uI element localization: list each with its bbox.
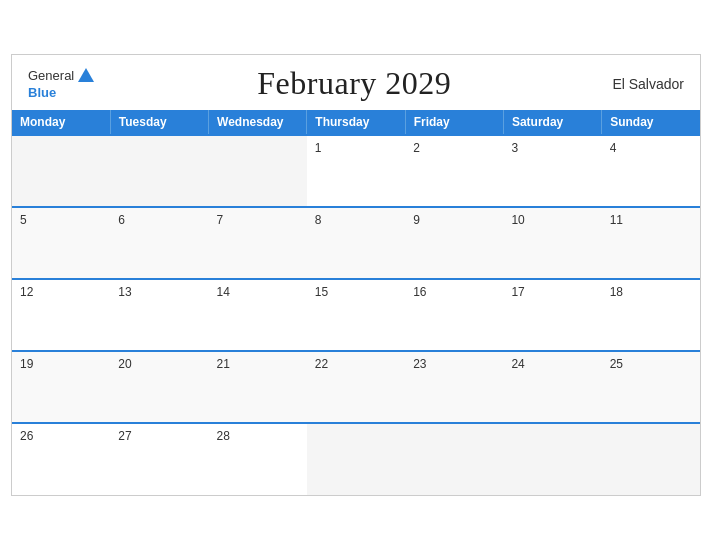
week-row-3: 12131415161718 xyxy=(12,279,700,351)
calendar-cell: 1 xyxy=(307,135,405,207)
calendar-cell: 18 xyxy=(602,279,700,351)
calendar-cell: 22 xyxy=(307,351,405,423)
day-number: 12 xyxy=(20,285,102,299)
day-number: 23 xyxy=(413,357,495,371)
calendar-cell: 4 xyxy=(602,135,700,207)
calendar-cell: 15 xyxy=(307,279,405,351)
day-number: 26 xyxy=(20,429,102,443)
month-title: February 2029 xyxy=(257,65,451,102)
day-number: 2 xyxy=(413,141,495,155)
day-number: 10 xyxy=(511,213,593,227)
calendar-cell: 16 xyxy=(405,279,503,351)
day-number: 25 xyxy=(610,357,692,371)
days-header-row: MondayTuesdayWednesdayThursdayFridaySatu… xyxy=(12,110,700,135)
calendar-cell: 20 xyxy=(110,351,208,423)
day-header-friday: Friday xyxy=(405,110,503,135)
calendar-cell: 3 xyxy=(503,135,601,207)
calendar-cell: 6 xyxy=(110,207,208,279)
calendar-cell xyxy=(503,423,601,495)
week-row-4: 19202122232425 xyxy=(12,351,700,423)
calendar-cell: 7 xyxy=(209,207,307,279)
day-header-saturday: Saturday xyxy=(503,110,601,135)
calendar-cell: 10 xyxy=(503,207,601,279)
calendar-cell xyxy=(12,135,110,207)
calendar: General Blue February 2029 El Salvador M… xyxy=(11,54,701,496)
logo-general-text: General xyxy=(28,69,74,83)
day-header-sunday: Sunday xyxy=(602,110,700,135)
calendar-cell: 13 xyxy=(110,279,208,351)
week-row-5: 262728 xyxy=(12,423,700,495)
calendar-cell: 27 xyxy=(110,423,208,495)
calendar-cell: 26 xyxy=(12,423,110,495)
svg-marker-0 xyxy=(78,68,94,82)
day-number: 5 xyxy=(20,213,102,227)
calendar-cell: 21 xyxy=(209,351,307,423)
day-number: 21 xyxy=(217,357,299,371)
calendar-cell xyxy=(110,135,208,207)
day-header-thursday: Thursday xyxy=(307,110,405,135)
calendar-header: General Blue February 2029 El Salvador xyxy=(12,55,700,110)
calendar-cell: 9 xyxy=(405,207,503,279)
calendar-cell: 17 xyxy=(503,279,601,351)
day-number: 9 xyxy=(413,213,495,227)
calendar-table: MondayTuesdayWednesdayThursdayFridaySatu… xyxy=(12,110,700,495)
day-number: 16 xyxy=(413,285,495,299)
calendar-cell: 25 xyxy=(602,351,700,423)
calendar-cell: 2 xyxy=(405,135,503,207)
day-number: 13 xyxy=(118,285,200,299)
day-number: 19 xyxy=(20,357,102,371)
calendar-cell xyxy=(405,423,503,495)
calendar-cell xyxy=(307,423,405,495)
calendar-cell: 24 xyxy=(503,351,601,423)
day-number: 28 xyxy=(217,429,299,443)
calendar-cell: 19 xyxy=(12,351,110,423)
calendar-cell xyxy=(209,135,307,207)
day-number: 1 xyxy=(315,141,397,155)
calendar-cell: 5 xyxy=(12,207,110,279)
day-number: 4 xyxy=(610,141,692,155)
week-row-2: 567891011 xyxy=(12,207,700,279)
calendar-cell: 8 xyxy=(307,207,405,279)
day-number: 15 xyxy=(315,285,397,299)
day-number: 27 xyxy=(118,429,200,443)
calendar-cell xyxy=(602,423,700,495)
logo-blue-text: Blue xyxy=(28,86,56,100)
day-number: 3 xyxy=(511,141,593,155)
logo: General Blue xyxy=(28,66,96,100)
day-header-wednesday: Wednesday xyxy=(209,110,307,135)
day-number: 18 xyxy=(610,285,692,299)
calendar-cell: 12 xyxy=(12,279,110,351)
day-number: 8 xyxy=(315,213,397,227)
logo-triangle-icon xyxy=(76,66,96,86)
day-number: 24 xyxy=(511,357,593,371)
week-row-1: 1234 xyxy=(12,135,700,207)
day-number: 20 xyxy=(118,357,200,371)
day-number: 6 xyxy=(118,213,200,227)
calendar-cell: 14 xyxy=(209,279,307,351)
day-header-tuesday: Tuesday xyxy=(110,110,208,135)
day-header-monday: Monday xyxy=(12,110,110,135)
day-number: 7 xyxy=(217,213,299,227)
country-label: El Salvador xyxy=(612,76,684,92)
day-number: 17 xyxy=(511,285,593,299)
day-number: 14 xyxy=(217,285,299,299)
day-number: 22 xyxy=(315,357,397,371)
calendar-cell: 11 xyxy=(602,207,700,279)
calendar-cell: 28 xyxy=(209,423,307,495)
day-number: 11 xyxy=(610,213,692,227)
calendar-cell: 23 xyxy=(405,351,503,423)
